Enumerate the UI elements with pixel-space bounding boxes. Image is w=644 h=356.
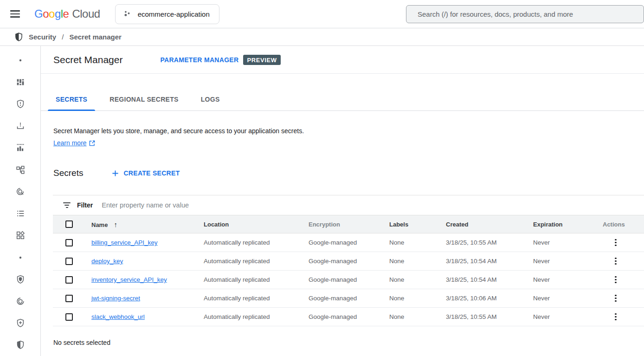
row-checkbox[interactable] [65, 258, 73, 265]
row-checkbox[interactable] [65, 239, 73, 246]
create-secret-label: CREATE SECRET [123, 169, 180, 177]
page-title: Secret Manager [53, 54, 122, 65]
security-command-center-icon[interactable] [9, 71, 32, 93]
column-header-labels: Labels [389, 221, 446, 228]
breadcrumb-separator: / [61, 33, 64, 41]
secret-manager-shield-icon[interactable] [9, 268, 32, 290]
access-approval-shield-plus-icon[interactable] [9, 312, 32, 334]
project-name: ecommerce-application [138, 10, 210, 18]
main-content: Secret Manager PARAMETER MANAGER PREVIEW… [41, 46, 644, 356]
tab-logs[interactable]: LOGS [193, 96, 228, 110]
cell-created: 3/18/25, 10:55 AM [446, 313, 533, 320]
preview-badge: PREVIEW [243, 55, 280, 65]
learn-more-link[interactable]: Learn more [53, 137, 95, 149]
intro-text: Secret Manager lets you store, manage, a… [53, 125, 644, 137]
more-actions-icon[interactable] [610, 237, 622, 249]
cell-location: Automatically replicated [204, 313, 309, 320]
tab-secrets[interactable]: SECRETS [48, 96, 95, 110]
logo-cloud-text: Cloud [72, 7, 100, 20]
table-row: slack_webhook_url Automatically replicat… [53, 308, 644, 326]
findings-search-icon[interactable] [9, 181, 32, 202]
cell-labels: None [389, 313, 446, 320]
threats-tray-alert-icon[interactable] [9, 115, 32, 137]
hamburger-menu-icon[interactable] [4, 3, 26, 25]
cell-expiration: Never [533, 295, 603, 302]
search-input[interactable] [418, 10, 632, 18]
parameter-manager-link[interactable]: PARAMETER MANAGER [160, 56, 238, 64]
page-header: Secret Manager PARAMETER MANAGER PREVIEW [41, 46, 644, 74]
tab-regional-secrets[interactable]: REGIONAL SECRETS [102, 96, 186, 110]
column-header-name[interactable]: Name↑ [91, 220, 204, 228]
breadcrumb-current-page[interactable]: Secret manager [69, 33, 122, 41]
vulnerabilities-bar-chart-icon[interactable] [9, 137, 32, 159]
cell-labels: None [389, 295, 446, 302]
row-checkbox[interactable] [65, 295, 73, 302]
more-actions-icon[interactable] [610, 255, 622, 267]
cell-encryption: Google-managed [309, 295, 389, 302]
secret-name-link[interactable]: billing_service_API_key [91, 239, 158, 246]
tab-bar: SECRETS REGIONAL SECRETS LOGS [41, 74, 644, 111]
cell-expiration: Never [533, 313, 603, 320]
cell-created: 3/18/25, 10:06 AM [446, 295, 533, 302]
nav-dot-icon[interactable] [9, 49, 32, 71]
google-cloud-logo[interactable]: Google Cloud [34, 7, 100, 20]
logo-letter: G [34, 7, 43, 20]
filter-input[interactable] [102, 201, 644, 209]
more-actions-icon[interactable] [610, 274, 622, 286]
cell-location: Automatically replicated [204, 295, 309, 302]
table-row: jwt-signing-secret Automatically replica… [53, 289, 644, 308]
cell-labels: None [389, 258, 446, 265]
project-icon [122, 9, 132, 19]
project-selector[interactable]: ecommerce-application [115, 4, 219, 24]
top-app-bar: Google Cloud ecommerce-application [0, 0, 644, 28]
row-checkbox[interactable] [65, 276, 73, 284]
plus-icon [112, 170, 119, 177]
more-actions-icon[interactable] [610, 292, 622, 304]
column-header-created: Created [446, 221, 533, 228]
cell-expiration: Never [533, 276, 603, 283]
nav-dot-icon[interactable] [9, 246, 32, 268]
secrets-heading: Secrets [53, 168, 83, 178]
secret-name-link[interactable]: slack_webhook_url [91, 313, 145, 320]
table-header-row: Name↑ Location Encryption Labels Created… [53, 215, 644, 233]
cell-encryption: Google-managed [309, 276, 389, 283]
breadcrumb: Security / Secret manager [0, 28, 644, 46]
security-nav-sidebar [0, 46, 41, 356]
secret-name-link[interactable]: inventory_service_API_key [91, 276, 167, 283]
compliance-shield-circle-icon[interactable] [9, 290, 32, 312]
filter-bar: Filter [53, 195, 644, 215]
cell-encryption: Google-managed [309, 239, 389, 246]
cell-labels: None [389, 276, 446, 283]
learn-more-label: Learn more [53, 137, 87, 149]
filter-icon[interactable] [63, 202, 71, 208]
assets-network-icon[interactable] [9, 159, 32, 181]
secret-name-link[interactable]: deploy_key [91, 258, 123, 265]
secrets-table: Filter Name↑ Location Encryption Labels … [53, 195, 644, 326]
more-actions-icon[interactable] [610, 311, 622, 323]
filter-label[interactable]: Filter [77, 201, 93, 209]
logo-letter: o [43, 7, 49, 20]
column-header-actions: Actions [603, 221, 644, 228]
table-row: inventory_service_API_key Automatically … [53, 271, 644, 289]
logo-letter: o [49, 7, 55, 20]
secret-name-link[interactable]: jwt-signing-secret [91, 295, 140, 302]
selection-status: No secrets selected [53, 339, 644, 346]
create-secret-button[interactable]: CREATE SECRET [112, 169, 180, 177]
posture-apps-icon[interactable] [9, 225, 32, 246]
breadcrumb-security-link[interactable]: Security [29, 33, 56, 41]
row-checkbox[interactable] [65, 313, 73, 321]
select-all-checkbox[interactable] [65, 220, 73, 228]
external-link-icon [89, 140, 95, 146]
cell-labels: None [389, 239, 446, 246]
cell-location: Automatically replicated [204, 276, 309, 283]
risk-overview-shield-alert-icon[interactable] [9, 93, 32, 115]
logo-letter: g [55, 7, 61, 20]
sources-list-icon[interactable] [9, 203, 32, 225]
cell-created: 3/18/25, 10:54 AM [446, 258, 533, 265]
cell-created: 3/18/25, 10:54 AM [446, 276, 533, 283]
global-search[interactable] [406, 5, 644, 23]
security-health-shield-half-icon[interactable] [9, 334, 32, 356]
logo-letter: e [63, 7, 69, 20]
column-header-location: Location [204, 221, 309, 228]
cell-created: 3/18/25, 10:55 AM [446, 239, 533, 246]
